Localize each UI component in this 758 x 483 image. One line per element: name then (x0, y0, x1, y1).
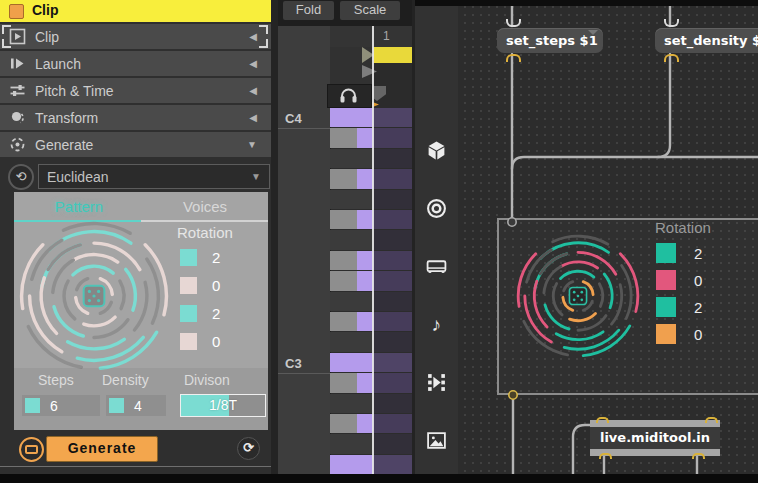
target-icon[interactable] (426, 198, 447, 219)
divison-value-box[interactable]: 1/8T (180, 394, 266, 417)
midi-note (373, 414, 412, 433)
rotation-row[interactable]: 2 (180, 305, 220, 322)
fold-button[interactable]: Fold (283, 1, 334, 20)
steps-value: 6 (50, 398, 58, 414)
message-notch-icon (588, 30, 598, 35)
density-value-box[interactable]: 4 (106, 395, 166, 416)
sidebar-item-launch[interactable]: Launch◀ (0, 51, 271, 76)
note-row[interactable] (330, 312, 412, 332)
note-row[interactable] (330, 271, 412, 291)
note-row[interactable] (330, 455, 412, 475)
patch-cords (458, 0, 758, 483)
outlet-mark-icon (692, 453, 705, 459)
inlet-mark-icon (705, 417, 718, 423)
sidebar-item-generate[interactable]: Generate▼ (0, 132, 271, 157)
rotation-value: 0 (694, 326, 702, 343)
max-patcher-canvas[interactable]: set_steps $1 set_density $1 Rotation 202… (458, 0, 758, 483)
midi-note (330, 373, 357, 392)
steps-label: Steps (38, 372, 74, 388)
rotation-value: 2 (212, 305, 220, 322)
object-box-live-miditool-in[interactable]: live.miditool.in (590, 420, 720, 456)
sidebar-item-label: Generate (35, 137, 247, 153)
note-row[interactable] (330, 230, 412, 250)
cube-icon[interactable] (426, 140, 447, 161)
rotation-row[interactable]: 0 (180, 333, 220, 350)
note-row[interactable] (330, 149, 412, 169)
voice-color-swatch (180, 305, 197, 322)
octave-divider (278, 128, 330, 129)
rotation-label-patch: Rotation (655, 219, 711, 236)
clip-launch-icon[interactable] (426, 372, 447, 393)
rotation-values: 2020 (180, 249, 220, 361)
divison-value: 1/8T (181, 397, 265, 413)
note-row[interactable] (330, 292, 412, 312)
note-icon[interactable]: ♪ (426, 314, 447, 335)
note-row-c3[interactable] (330, 353, 412, 373)
generator-type-value: Euclidean (47, 169, 251, 185)
rotation-row[interactable]: 0 (656, 324, 702, 344)
note-row[interactable] (330, 394, 412, 414)
image-icon[interactable] (426, 430, 447, 451)
playhead[interactable] (372, 26, 374, 475)
midi-note (330, 169, 357, 188)
beat-ruler[interactable]: 1 (330, 26, 412, 47)
generate-icon (9, 136, 26, 153)
note-row[interactable] (330, 210, 412, 230)
outlet-arc-icon (506, 54, 521, 62)
chevron-left-icon: ◀ (249, 85, 257, 96)
chevron-left-icon: ◀ (249, 58, 257, 69)
midi-note (357, 414, 373, 433)
reload-generator-icon[interactable]: ⟲ (8, 164, 34, 190)
loop-toggle-icon[interactable] (19, 437, 44, 462)
density-value: 4 (134, 398, 142, 414)
note-row[interactable] (330, 169, 412, 189)
rotation-row[interactable]: 2 (180, 249, 220, 266)
note-grid[interactable] (330, 108, 412, 475)
midi-note (373, 455, 412, 474)
voice-color-swatch (656, 324, 676, 344)
inlet-bar (590, 420, 720, 427)
message-box-set-steps[interactable]: set_steps $1 (497, 28, 603, 53)
divison-label: Divison (184, 372, 230, 388)
rotation-row[interactable]: 0 (656, 270, 702, 290)
sidebar-item-clip[interactable]: Clip◀ (0, 24, 271, 49)
note-row[interactable] (330, 434, 412, 454)
rotation-row[interactable]: 2 (656, 243, 702, 263)
note-row-c4[interactable] (330, 108, 412, 128)
sidebar-item-transform[interactable]: Transform◀ (0, 105, 271, 130)
generate-button[interactable]: Generate (46, 436, 158, 462)
device-icon[interactable] (426, 256, 447, 277)
note-row[interactable] (330, 332, 412, 352)
note-row[interactable] (330, 373, 412, 393)
voice-color-swatch (656, 243, 676, 263)
scale-button[interactable]: Scale (340, 1, 400, 20)
steps-value-box[interactable]: 6 (22, 395, 100, 416)
midi-note (330, 271, 357, 290)
message-box-set-density[interactable]: set_density $1 (655, 28, 758, 53)
sidebar-item-pitch-time[interactable]: Pitch & Time◀ (0, 78, 271, 103)
loop-start-flag[interactable] (373, 47, 412, 63)
selection-corner (2, 25, 11, 34)
note-row[interactable] (330, 251, 412, 271)
grid-cell (373, 149, 412, 168)
note-row[interactable] (330, 128, 412, 148)
note-row[interactable] (330, 190, 412, 210)
grid-cell (373, 394, 412, 413)
rotation-row[interactable]: 0 (180, 277, 220, 294)
rotation-row[interactable]: 2 (656, 297, 702, 317)
rotation-value: 2 (694, 299, 702, 316)
rotation-value: 0 (212, 333, 220, 350)
grid-cell (330, 292, 373, 311)
regenerate-icon[interactable]: ⟳ (237, 437, 260, 460)
key-label-c4: C4 (285, 111, 302, 126)
note-row[interactable] (330, 414, 412, 434)
tab-clip-active[interactable]: Clip (0, 0, 271, 22)
generator-type-dropdown[interactable]: Euclidean ▼ (38, 164, 270, 189)
midi-note (373, 210, 412, 229)
midi-note (357, 271, 373, 290)
voice-color-swatch (656, 270, 676, 290)
grid-cell (330, 190, 373, 209)
preview-headphones-button[interactable] (327, 84, 372, 108)
panel-gutter (271, 0, 278, 483)
grid-cell (373, 190, 412, 209)
